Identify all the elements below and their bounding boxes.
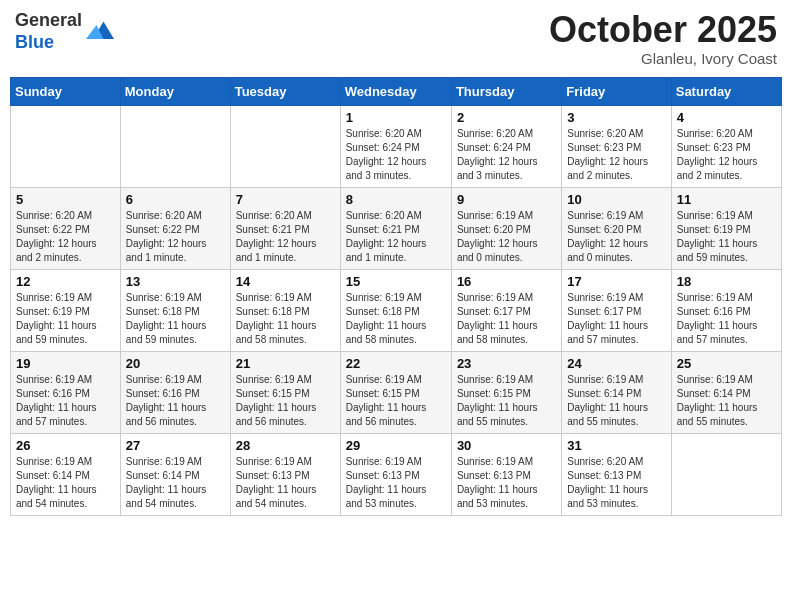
day-info: Sunrise: 6:19 AM Sunset: 6:18 PM Dayligh… xyxy=(126,291,225,347)
day-number: 6 xyxy=(126,192,225,207)
day-info: Sunrise: 6:19 AM Sunset: 6:13 PM Dayligh… xyxy=(236,455,335,511)
day-number: 27 xyxy=(126,438,225,453)
calendar-cell: 2Sunrise: 6:20 AM Sunset: 6:24 PM Daylig… xyxy=(451,105,561,187)
day-number: 24 xyxy=(567,356,665,371)
day-info: Sunrise: 6:20 AM Sunset: 6:24 PM Dayligh… xyxy=(457,127,556,183)
day-info: Sunrise: 6:20 AM Sunset: 6:22 PM Dayligh… xyxy=(126,209,225,265)
calendar-cell: 10Sunrise: 6:19 AM Sunset: 6:20 PM Dayli… xyxy=(562,187,671,269)
day-number: 31 xyxy=(567,438,665,453)
title-area: October 2025 Glanleu, Ivory Coast xyxy=(549,10,777,67)
calendar-cell xyxy=(11,105,121,187)
day-number: 3 xyxy=(567,110,665,125)
day-number: 30 xyxy=(457,438,556,453)
day-number: 4 xyxy=(677,110,776,125)
day-info: Sunrise: 6:20 AM Sunset: 6:23 PM Dayligh… xyxy=(677,127,776,183)
calendar-cell: 7Sunrise: 6:20 AM Sunset: 6:21 PM Daylig… xyxy=(230,187,340,269)
day-number: 22 xyxy=(346,356,446,371)
day-number: 11 xyxy=(677,192,776,207)
day-info: Sunrise: 6:19 AM Sunset: 6:14 PM Dayligh… xyxy=(16,455,115,511)
day-info: Sunrise: 6:19 AM Sunset: 6:19 PM Dayligh… xyxy=(16,291,115,347)
column-header-thursday: Thursday xyxy=(451,77,561,105)
calendar-cell xyxy=(671,433,781,515)
calendar-cell: 12Sunrise: 6:19 AM Sunset: 6:19 PM Dayli… xyxy=(11,269,121,351)
day-number: 20 xyxy=(126,356,225,371)
day-number: 21 xyxy=(236,356,335,371)
calendar-cell: 25Sunrise: 6:19 AM Sunset: 6:14 PM Dayli… xyxy=(671,351,781,433)
day-info: Sunrise: 6:19 AM Sunset: 6:17 PM Dayligh… xyxy=(567,291,665,347)
day-info: Sunrise: 6:19 AM Sunset: 6:17 PM Dayligh… xyxy=(457,291,556,347)
day-number: 13 xyxy=(126,274,225,289)
calendar-cell: 16Sunrise: 6:19 AM Sunset: 6:17 PM Dayli… xyxy=(451,269,561,351)
column-header-wednesday: Wednesday xyxy=(340,77,451,105)
calendar-cell: 13Sunrise: 6:19 AM Sunset: 6:18 PM Dayli… xyxy=(120,269,230,351)
calendar-cell: 1Sunrise: 6:20 AM Sunset: 6:24 PM Daylig… xyxy=(340,105,451,187)
calendar-week-row: 1Sunrise: 6:20 AM Sunset: 6:24 PM Daylig… xyxy=(11,105,782,187)
day-info: Sunrise: 6:19 AM Sunset: 6:16 PM Dayligh… xyxy=(126,373,225,429)
calendar-cell: 30Sunrise: 6:19 AM Sunset: 6:13 PM Dayli… xyxy=(451,433,561,515)
day-number: 28 xyxy=(236,438,335,453)
day-number: 17 xyxy=(567,274,665,289)
page-header: General Blue October 2025 Glanleu, Ivory… xyxy=(10,10,782,67)
day-info: Sunrise: 6:20 AM Sunset: 6:24 PM Dayligh… xyxy=(346,127,446,183)
calendar-cell: 21Sunrise: 6:19 AM Sunset: 6:15 PM Dayli… xyxy=(230,351,340,433)
logo-blue-text: Blue xyxy=(15,32,54,52)
calendar-cell: 23Sunrise: 6:19 AM Sunset: 6:15 PM Dayli… xyxy=(451,351,561,433)
calendar-cell xyxy=(120,105,230,187)
calendar-cell: 9Sunrise: 6:19 AM Sunset: 6:20 PM Daylig… xyxy=(451,187,561,269)
day-number: 23 xyxy=(457,356,556,371)
calendar-cell: 28Sunrise: 6:19 AM Sunset: 6:13 PM Dayli… xyxy=(230,433,340,515)
day-number: 26 xyxy=(16,438,115,453)
calendar-week-row: 19Sunrise: 6:19 AM Sunset: 6:16 PM Dayli… xyxy=(11,351,782,433)
column-header-saturday: Saturday xyxy=(671,77,781,105)
calendar-header-row: SundayMondayTuesdayWednesdayThursdayFrid… xyxy=(11,77,782,105)
calendar-cell: 8Sunrise: 6:20 AM Sunset: 6:21 PM Daylig… xyxy=(340,187,451,269)
day-number: 18 xyxy=(677,274,776,289)
day-info: Sunrise: 6:20 AM Sunset: 6:13 PM Dayligh… xyxy=(567,455,665,511)
day-number: 7 xyxy=(236,192,335,207)
column-header-friday: Friday xyxy=(562,77,671,105)
day-number: 1 xyxy=(346,110,446,125)
calendar-cell: 15Sunrise: 6:19 AM Sunset: 6:18 PM Dayli… xyxy=(340,269,451,351)
day-number: 9 xyxy=(457,192,556,207)
calendar-cell: 24Sunrise: 6:19 AM Sunset: 6:14 PM Dayli… xyxy=(562,351,671,433)
month-title: October 2025 xyxy=(549,10,777,50)
column-header-tuesday: Tuesday xyxy=(230,77,340,105)
calendar-cell: 17Sunrise: 6:19 AM Sunset: 6:17 PM Dayli… xyxy=(562,269,671,351)
calendar-cell: 29Sunrise: 6:19 AM Sunset: 6:13 PM Dayli… xyxy=(340,433,451,515)
calendar-cell: 6Sunrise: 6:20 AM Sunset: 6:22 PM Daylig… xyxy=(120,187,230,269)
calendar-table: SundayMondayTuesdayWednesdayThursdayFrid… xyxy=(10,77,782,516)
day-info: Sunrise: 6:20 AM Sunset: 6:21 PM Dayligh… xyxy=(346,209,446,265)
day-info: Sunrise: 6:20 AM Sunset: 6:21 PM Dayligh… xyxy=(236,209,335,265)
day-info: Sunrise: 6:19 AM Sunset: 6:13 PM Dayligh… xyxy=(346,455,446,511)
day-info: Sunrise: 6:20 AM Sunset: 6:22 PM Dayligh… xyxy=(16,209,115,265)
calendar-cell: 3Sunrise: 6:20 AM Sunset: 6:23 PM Daylig… xyxy=(562,105,671,187)
day-number: 5 xyxy=(16,192,115,207)
calendar-cell: 4Sunrise: 6:20 AM Sunset: 6:23 PM Daylig… xyxy=(671,105,781,187)
day-info: Sunrise: 6:19 AM Sunset: 6:20 PM Dayligh… xyxy=(567,209,665,265)
day-number: 8 xyxy=(346,192,446,207)
calendar-week-row: 5Sunrise: 6:20 AM Sunset: 6:22 PM Daylig… xyxy=(11,187,782,269)
calendar-cell: 27Sunrise: 6:19 AM Sunset: 6:14 PM Dayli… xyxy=(120,433,230,515)
column-header-sunday: Sunday xyxy=(11,77,121,105)
location-subtitle: Glanleu, Ivory Coast xyxy=(549,50,777,67)
calendar-cell: 18Sunrise: 6:19 AM Sunset: 6:16 PM Dayli… xyxy=(671,269,781,351)
day-info: Sunrise: 6:19 AM Sunset: 6:16 PM Dayligh… xyxy=(16,373,115,429)
logo-icon xyxy=(86,18,114,46)
day-number: 14 xyxy=(236,274,335,289)
day-info: Sunrise: 6:19 AM Sunset: 6:18 PM Dayligh… xyxy=(346,291,446,347)
day-info: Sunrise: 6:19 AM Sunset: 6:13 PM Dayligh… xyxy=(457,455,556,511)
logo-general-text: General xyxy=(15,10,82,30)
day-info: Sunrise: 6:19 AM Sunset: 6:19 PM Dayligh… xyxy=(677,209,776,265)
day-number: 10 xyxy=(567,192,665,207)
day-number: 16 xyxy=(457,274,556,289)
day-info: Sunrise: 6:19 AM Sunset: 6:14 PM Dayligh… xyxy=(126,455,225,511)
calendar-cell: 20Sunrise: 6:19 AM Sunset: 6:16 PM Dayli… xyxy=(120,351,230,433)
column-header-monday: Monday xyxy=(120,77,230,105)
day-number: 19 xyxy=(16,356,115,371)
day-number: 12 xyxy=(16,274,115,289)
day-number: 29 xyxy=(346,438,446,453)
calendar-cell: 5Sunrise: 6:20 AM Sunset: 6:22 PM Daylig… xyxy=(11,187,121,269)
calendar-cell: 19Sunrise: 6:19 AM Sunset: 6:16 PM Dayli… xyxy=(11,351,121,433)
day-info: Sunrise: 6:19 AM Sunset: 6:14 PM Dayligh… xyxy=(677,373,776,429)
calendar-week-row: 26Sunrise: 6:19 AM Sunset: 6:14 PM Dayli… xyxy=(11,433,782,515)
